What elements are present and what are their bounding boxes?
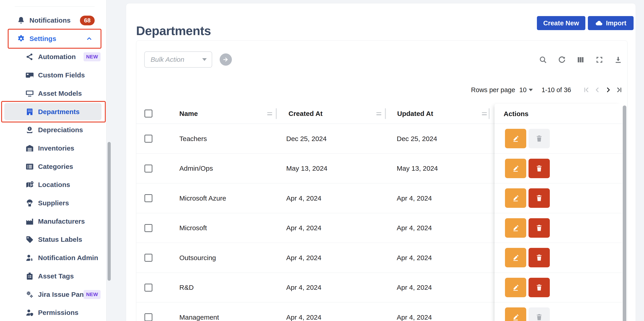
cell-name: Microsoft Azure bbox=[179, 183, 226, 213]
edit-button[interactable] bbox=[505, 159, 526, 178]
arrow-right-icon bbox=[222, 56, 229, 63]
refresh-button[interactable] bbox=[557, 55, 566, 64]
actions-column: Actions bbox=[494, 104, 622, 321]
sidebar-item-suppliers[interactable]: Suppliers bbox=[0, 194, 106, 212]
departments-table-panel: Bulk Action Rows per page 10 1-10 of 36 … bbox=[136, 40, 628, 321]
column-menu-icon[interactable] bbox=[376, 110, 381, 117]
sidebar-item-label: Jira Issue Panel bbox=[38, 291, 90, 298]
bulk-action-select[interactable]: Bulk Action bbox=[144, 52, 212, 68]
edit-button[interactable] bbox=[505, 308, 526, 321]
pencil-icon bbox=[512, 254, 520, 262]
search-button[interactable] bbox=[538, 55, 548, 64]
download-button[interactable] bbox=[614, 55, 623, 64]
categories-icon bbox=[25, 162, 34, 171]
sidebar-item-settings[interactable]: Settings bbox=[8, 29, 102, 49]
actions-column-header: Actions bbox=[494, 104, 622, 124]
delete-button[interactable] bbox=[528, 308, 550, 321]
sidebar-item-locations[interactable]: Locations bbox=[0, 176, 106, 194]
sidebar-item-inventories[interactable]: Inventories bbox=[0, 139, 106, 157]
pencil-icon bbox=[512, 134, 520, 142]
sidebar-item-categories[interactable]: Categories bbox=[0, 158, 106, 176]
sidebar-item-jira-issue-panel[interactable]: Jira Issue PanelNEW bbox=[0, 286, 106, 304]
columns-icon bbox=[576, 56, 585, 64]
rows-per-page-select[interactable]: 10 bbox=[519, 86, 533, 94]
columns-button[interactable] bbox=[576, 55, 585, 64]
chevron-left-icon bbox=[594, 86, 601, 94]
delete-button[interactable] bbox=[528, 218, 550, 238]
rows-per-page-value: 10 bbox=[519, 86, 526, 94]
sidebar-item-label: Custom Fields bbox=[38, 71, 85, 79]
last-page-icon bbox=[615, 86, 623, 94]
sidebar-item-depreciations[interactable]: Depreciations bbox=[0, 121, 106, 139]
delete-button[interactable] bbox=[528, 278, 550, 297]
sidebar-item-asset-models[interactable]: Asset Models bbox=[0, 84, 106, 102]
content-card: Departments Create New Import Bulk Actio… bbox=[126, 3, 636, 321]
permissions-icon bbox=[25, 308, 34, 318]
depreciations-icon bbox=[25, 125, 34, 135]
cell-created-at: Apr 4, 2024 bbox=[286, 273, 321, 303]
column-menu-icon[interactable] bbox=[267, 110, 272, 117]
sidebar-item-manufacturers[interactable]: Manufacturers bbox=[0, 212, 106, 230]
actions-row bbox=[494, 124, 622, 154]
delete-button[interactable] bbox=[528, 159, 550, 178]
pencil-icon bbox=[512, 164, 520, 172]
custom-fields-icon bbox=[25, 70, 34, 80]
cell-created-at: Apr 4, 2024 bbox=[286, 243, 321, 273]
select-all-checkbox[interactable] bbox=[144, 110, 152, 118]
sidebar-item-departments[interactable]: Departments bbox=[1, 101, 106, 122]
column-header: Updated At bbox=[397, 104, 433, 124]
column-menu-icon[interactable] bbox=[482, 110, 487, 117]
page-title: Departments bbox=[136, 24, 211, 38]
create-new-button[interactable]: Create New bbox=[537, 16, 585, 30]
sidebar-item-notifications[interactable]: Notifications68 bbox=[0, 11, 106, 30]
last-page-button[interactable] bbox=[614, 84, 624, 95]
sidebar-item-notification-admin[interactable]: Notification Admin bbox=[0, 249, 106, 267]
column-resize-handle[interactable] bbox=[276, 108, 277, 119]
row-checkbox[interactable] bbox=[144, 284, 152, 292]
sidebar-item-custom-fields[interactable]: Custom Fields bbox=[0, 66, 106, 84]
previous-page-button[interactable] bbox=[592, 84, 603, 95]
column-resize-handle[interactable] bbox=[489, 108, 490, 119]
apply-bulk-action-button[interactable] bbox=[220, 54, 232, 66]
refresh-icon bbox=[558, 56, 566, 64]
fullscreen-button[interactable] bbox=[595, 55, 604, 64]
sidebar-item-label: Depreciations bbox=[38, 126, 83, 134]
sidebar-item-permissions[interactable]: Permissions bbox=[0, 304, 106, 321]
next-page-button[interactable] bbox=[603, 84, 614, 95]
bulk-action-placeholder: Bulk Action bbox=[150, 56, 184, 64]
row-checkbox[interactable] bbox=[144, 164, 152, 172]
cloud-upload-icon bbox=[595, 19, 603, 27]
first-page-icon bbox=[583, 86, 590, 94]
edit-button[interactable] bbox=[505, 248, 526, 267]
actions-header-label: Actions bbox=[504, 110, 528, 118]
first-page-button[interactable] bbox=[581, 84, 592, 95]
row-checkbox[interactable] bbox=[144, 224, 152, 232]
sidebar-scrollbar[interactable] bbox=[108, 142, 111, 281]
delete-button[interactable] bbox=[528, 248, 550, 267]
delete-button[interactable] bbox=[528, 129, 550, 148]
locations-icon bbox=[25, 180, 34, 190]
actions-row bbox=[494, 243, 622, 273]
column-resize-handle[interactable] bbox=[385, 108, 386, 119]
edit-button[interactable] bbox=[505, 129, 526, 148]
row-checkbox[interactable] bbox=[144, 254, 152, 262]
row-checkbox[interactable] bbox=[144, 194, 152, 202]
sidebar-item-asset-tags[interactable]: Asset Tags bbox=[0, 267, 106, 285]
delete-button[interactable] bbox=[528, 188, 550, 208]
sidebar-item-automation[interactable]: AutomationNEW bbox=[0, 48, 106, 66]
row-checkbox[interactable] bbox=[144, 135, 152, 142]
cell-name: Management bbox=[179, 302, 219, 321]
sidebar-item-label: Suppliers bbox=[38, 199, 69, 207]
download-icon bbox=[614, 56, 622, 64]
actions-row bbox=[494, 302, 622, 321]
rows-per-page-label: Rows per page bbox=[471, 86, 515, 94]
edit-button[interactable] bbox=[505, 188, 526, 208]
gear-icon bbox=[16, 34, 26, 44]
sidebar-item-status-labels[interactable]: Status Labels bbox=[0, 230, 106, 248]
edit-button[interactable] bbox=[505, 278, 526, 297]
edit-button[interactable] bbox=[505, 218, 526, 238]
table-scrollbar[interactable] bbox=[623, 106, 626, 321]
column-header: Name bbox=[179, 104, 198, 124]
import-button[interactable]: Import bbox=[588, 16, 634, 30]
row-checkbox[interactable] bbox=[144, 313, 152, 321]
